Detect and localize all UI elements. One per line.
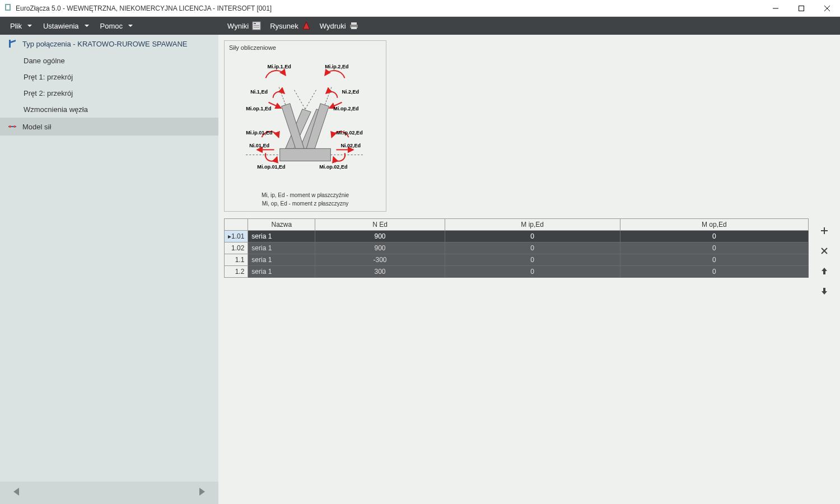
- row-id: 1.1: [225, 254, 248, 266]
- cell-n[interactable]: 900: [315, 231, 445, 242]
- cell-mop[interactable]: 0: [620, 266, 808, 278]
- cell-mop[interactable]: 0: [620, 231, 808, 242]
- cell-mip[interactable]: 0: [445, 231, 620, 242]
- nav-item-general[interactable]: Dane ogólne: [0, 53, 218, 69]
- menu-settings[interactable]: Ustawienia: [38, 18, 95, 34]
- diagram-title: Siły obliczeniowe: [229, 44, 381, 51]
- titlebar: EuroZłącza 5.0 - WEWNĘTRZNA, NIEKOMERCYJ…: [0, 0, 840, 17]
- app-icon: [3, 3, 12, 14]
- menu-file[interactable]: Plik: [4, 18, 38, 34]
- col-rowhead: [225, 219, 248, 231]
- cell-name[interactable]: seria 1: [248, 231, 315, 242]
- svg-rect-18: [254, 27, 259, 27]
- nav-list: Typ połączenia - KRATOWO-RUROWE SPAWANE …: [0, 35, 218, 482]
- svg-rect-8: [9, 40, 11, 48]
- delete-row-button[interactable]: [819, 245, 830, 256]
- next-button[interactable]: [196, 486, 208, 500]
- diagram-box: Siły obliczeniowe: [224, 40, 386, 212]
- nav-header-label: Typ połączenia - KRATOWO-RUROWE SPAWANE: [22, 40, 187, 48]
- cell-name[interactable]: seria 1: [248, 266, 315, 278]
- chevron-down-icon: [85, 25, 89, 27]
- svg-rect-20: [351, 22, 357, 25]
- lbl-mi-op-02: Mi.op.02,Ed: [319, 164, 347, 170]
- lbl-mi-op-1: Mi.op.1,Ed: [246, 106, 271, 111]
- diagram-caption-2: Mi, op, Ed - moment z płaszczyzny: [229, 200, 381, 207]
- nav-item-bar1[interactable]: Pręt 1: przekrój: [0, 69, 218, 85]
- nav-item-reinforcement[interactable]: Wzmocnienia węzła: [0, 101, 218, 118]
- lbl-mi-ip-2: Mi.ip.2,Ed: [325, 64, 348, 69]
- forces-table[interactable]: Nazwa N Ed M ip,Ed M op,Ed ▸1.01seria 19…: [224, 218, 809, 278]
- nav-header[interactable]: Typ połączenia - KRATOWO-RUROWE SPAWANE: [0, 35, 218, 53]
- force-diagram: Mi.ip.1,Ed Mi.ip.2,Ed Ni.1,Ed Ni.2,Ed Mi…: [229, 53, 381, 188]
- col-m-ip[interactable]: M ip,Ed: [445, 219, 620, 231]
- cell-n[interactable]: 300: [315, 266, 445, 278]
- svg-marker-19: [303, 22, 310, 29]
- drawing-icon: [302, 21, 311, 30]
- cell-n[interactable]: -300: [315, 254, 445, 266]
- row-id: 1.02: [225, 242, 248, 254]
- nav-item-force-model[interactable]: Model sił: [0, 118, 218, 136]
- chevron-down-icon: [128, 25, 133, 27]
- col-name[interactable]: Nazwa: [248, 219, 315, 231]
- row-id: ▸1.01: [225, 231, 248, 242]
- lbl-ni-01: Ni.01,Ed: [249, 143, 269, 148]
- nav-active-label: Model sił: [22, 123, 51, 131]
- col-n-ed[interactable]: N Ed: [315, 219, 445, 231]
- sidebar: Plik Ustawienia Pomoc Typ połączenia - K…: [0, 17, 218, 504]
- nav-item-bar2[interactable]: Pręt 2: przekrój: [0, 85, 218, 101]
- prev-button[interactable]: [10, 486, 22, 500]
- svg-rect-22: [351, 27, 357, 29]
- window-title: EuroZłącza 5.0 - WEWNĘTRZNA, NIEKOMERCYJ…: [16, 4, 763, 12]
- lbl-mi-ip-02: Mi.ip.02,Ed: [336, 130, 362, 136]
- minimize-button[interactable]: [763, 0, 788, 17]
- move-up-button[interactable]: [819, 265, 830, 277]
- svg-rect-16: [254, 23, 256, 24]
- toolbar-results[interactable]: Wyniki: [223, 18, 265, 34]
- add-row-button[interactable]: [819, 225, 830, 236]
- lbl-mi-op-2: Mi.op.2,Ed: [333, 106, 358, 111]
- row-id: 1.2: [225, 266, 248, 278]
- cell-mop[interactable]: 0: [620, 254, 808, 266]
- svg-rect-23: [280, 148, 331, 161]
- cell-mip[interactable]: 0: [445, 242, 620, 254]
- svg-rect-5: [799, 6, 804, 11]
- toolbar-drawing[interactable]: Rysunek: [265, 18, 315, 34]
- close-button[interactable]: [814, 0, 840, 17]
- results-icon: [252, 21, 261, 30]
- lbl-mi-op-01: Mi.op.01,Ed: [257, 164, 285, 170]
- cell-n[interactable]: 900: [315, 242, 445, 254]
- col-m-op[interactable]: M op,Ed: [620, 219, 808, 231]
- svg-marker-48: [822, 268, 827, 274]
- maximize-button[interactable]: [788, 0, 814, 17]
- connection-type-icon: [8, 39, 17, 48]
- cell-name[interactable]: seria 1: [248, 242, 315, 254]
- table-row[interactable]: 1.1seria 1-30000: [225, 254, 809, 266]
- force-model-icon: [8, 122, 17, 131]
- cell-mop[interactable]: 0: [620, 242, 808, 254]
- chevron-down-icon: [27, 25, 32, 27]
- print-icon: [349, 21, 358, 30]
- cell-name[interactable]: seria 1: [248, 254, 315, 266]
- svg-point-11: [9, 125, 11, 128]
- diagram-caption-1: Mi, ip, Ed - moment w płaszczyźnie: [229, 192, 381, 198]
- table-row[interactable]: 1.2seria 130000: [225, 266, 809, 278]
- main-panel: Wyniki Rysunek Wydruki Siły obliczeniowe: [218, 17, 840, 504]
- window-controls: [763, 0, 840, 17]
- lbl-mi-ip-01: Mi.ip.01,Ed: [246, 130, 272, 136]
- lbl-ni-02: Ni.02,Ed: [340, 143, 361, 148]
- cell-mip[interactable]: 0: [445, 254, 620, 266]
- cell-mip[interactable]: 0: [445, 266, 620, 278]
- lbl-mi-ip-1: Mi.ip.1,Ed: [268, 64, 291, 69]
- svg-marker-13: [13, 488, 19, 496]
- toolbar-printouts[interactable]: Wydruki: [315, 18, 363, 34]
- svg-point-12: [13, 125, 16, 128]
- svg-rect-3: [5, 10, 11, 11]
- table-row[interactable]: ▸1.01seria 190000: [225, 231, 809, 242]
- menu-help[interactable]: Pomoc: [95, 18, 138, 34]
- lbl-ni-1: Ni.1,Ed: [250, 89, 268, 95]
- svg-marker-14: [199, 488, 205, 496]
- svg-rect-17: [254, 25, 259, 26]
- menubar: Plik Ustawienia Pomoc: [0, 17, 218, 35]
- table-row[interactable]: 1.02seria 190000: [225, 242, 809, 254]
- move-down-button[interactable]: [819, 286, 830, 297]
